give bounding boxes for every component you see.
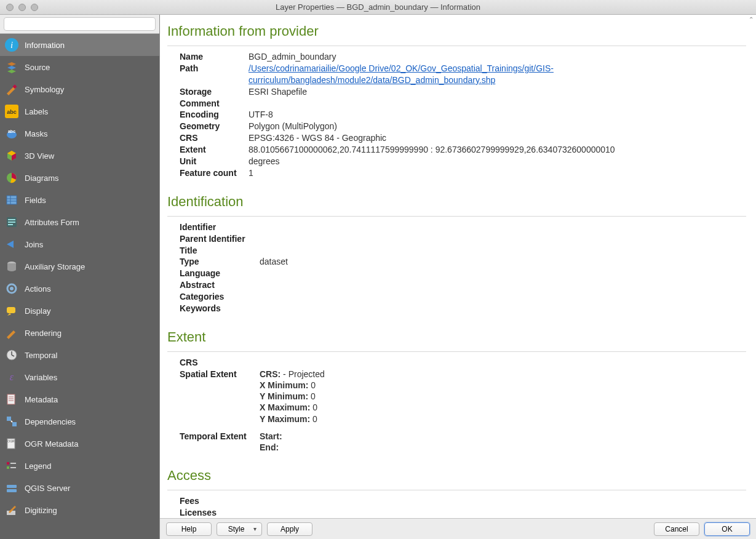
sidebar-item-label: Dependencies: [25, 417, 76, 426]
sidebar-item-label: Joins: [25, 240, 43, 249]
fields-icon: [5, 193, 18, 207]
svg-rect-15: [8, 224, 13, 225]
value-feature-count: 1: [249, 167, 746, 179]
style-button[interactable]: Style: [217, 522, 262, 536]
sidebar-item-auxiliary-storage[interactable]: Auxiliary Storage: [0, 255, 159, 277]
sidebar-item-fields[interactable]: Fields: [0, 189, 159, 211]
label-language: Language: [180, 268, 260, 279]
sidebar-item-label: QGIS Server: [25, 484, 70, 493]
label-crs: CRS: [180, 132, 249, 144]
label-encoding: Encoding: [180, 109, 249, 121]
labels-icon: abc: [5, 105, 18, 118]
ogr-metadata-icon: OGR: [5, 437, 18, 450]
sidebar-item-attributes-form[interactable]: Attributes Form: [0, 211, 159, 233]
rendering-icon: [5, 326, 18, 340]
info-icon: i: [5, 38, 18, 52]
svg-rect-33: [7, 462, 9, 465]
label-ymin: Y Minimum:: [260, 391, 308, 401]
sidebar-item-3d-view[interactable]: 3D View: [0, 145, 159, 167]
value-identifier: [260, 222, 746, 233]
svg-rect-28: [7, 417, 11, 421]
sidebar-item-rendering[interactable]: Rendering: [0, 322, 159, 344]
sidebar-item-label: Variables: [25, 373, 57, 382]
sidebar-item-label: Information: [25, 41, 65, 50]
sidebar-item-masks[interactable]: abc Masks: [0, 122, 159, 145]
svg-point-18: [10, 287, 14, 290]
auxiliary-storage-icon: [5, 260, 18, 273]
sidebar-nav: i Information Source Symbology abc Label…: [0, 34, 159, 539]
label-type: Type: [180, 256, 260, 268]
label-extent: Extent: [180, 144, 249, 156]
sidebar-item-metadata[interactable]: Metadata: [0, 388, 159, 410]
source-icon: [5, 60, 18, 74]
link-path[interactable]: /Users/codrinamariailie/Google Drive/02_…: [249, 63, 554, 85]
section-title: Access: [167, 463, 746, 487]
window-title: Layer Properties — BGD_admin_boundary — …: [0, 2, 756, 12]
value-language: [260, 268, 746, 279]
svg-line-30: [11, 421, 12, 422]
svg-text:abc: abc: [7, 109, 17, 115]
sidebar-item-information[interactable]: i Information: [0, 34, 159, 56]
label-ymax: Y Maximum:: [260, 414, 310, 424]
actions-icon: [5, 282, 18, 295]
label-storage: Storage: [180, 86, 249, 98]
symbology-icon: [5, 82, 18, 96]
sidebar-item-actions[interactable]: Actions: [0, 277, 159, 300]
scroll-up-icon[interactable]: ⌃: [747, 16, 755, 23]
value-unit: degrees: [249, 156, 746, 167]
sidebar-item-dependencies[interactable]: Dependencies: [0, 410, 159, 433]
attributes-form-icon: [5, 215, 18, 229]
metadata-icon: [5, 393, 18, 406]
ok-button[interactable]: OK: [704, 522, 750, 536]
label-path: Path: [180, 63, 249, 86]
label-spatial-extent: Spatial Extent: [180, 369, 260, 425]
sidebar-item-label: Display: [25, 306, 51, 316]
sidebar-item-labels[interactable]: abc Labels: [0, 100, 159, 122]
sidebar-item-legend[interactable]: Legend: [0, 455, 159, 477]
svg-rect-13: [8, 219, 15, 220]
sidebar-item-joins[interactable]: Joins: [0, 233, 159, 255]
sidebar-item-label: Auxiliary Storage: [25, 262, 85, 271]
sidebar-search-input[interactable]: [4, 17, 156, 31]
svg-rect-37: [7, 485, 17, 488]
sidebar-item-symbology[interactable]: Symbology: [0, 78, 159, 100]
qgis-server-icon: [5, 481, 18, 495]
value-spatial-extent: CRS: - Projected X Minimum: 0 Y Minimum:…: [260, 369, 746, 425]
value-spatial-crs: - Projected: [281, 369, 325, 379]
help-button[interactable]: Help: [166, 522, 212, 536]
label-title: Title: [180, 245, 260, 257]
value-categories: [260, 291, 746, 303]
display-icon: [5, 304, 18, 317]
value-name: BGD_admin_boundary: [249, 51, 746, 63]
label-extent-crs: CRS: [180, 357, 260, 369]
cancel-button[interactable]: Cancel: [654, 522, 699, 536]
value-comment: [249, 98, 746, 110]
label-comment: Comment: [180, 98, 249, 110]
sidebar-item-digitizing[interactable]: Digitizing: [0, 499, 159, 521]
label-end: End:: [260, 442, 279, 452]
sidebar-item-source[interactable]: Source: [0, 56, 159, 78]
sidebar-item-display[interactable]: Display: [0, 300, 159, 322]
sidebar-item-label: Legend: [25, 461, 51, 471]
value-temporal-extent: Start: End:: [260, 431, 746, 453]
label-xmin: X Minimum:: [260, 380, 308, 390]
sidebar-item-temporal[interactable]: Temporal: [0, 344, 159, 366]
window-titlebar: Layer Properties — BGD_admin_boundary — …: [0, 0, 756, 15]
sidebar-item-ogr-metadata[interactable]: OGR OGR Metadata: [0, 433, 159, 455]
svg-text:abc: abc: [8, 129, 15, 134]
apply-button[interactable]: Apply: [267, 522, 312, 536]
svg-text:OGR: OGR: [7, 439, 15, 443]
sidebar-item-variables[interactable]: ε Variables: [0, 366, 159, 388]
label-keywords: Keywords: [180, 303, 260, 314]
label-temporal-extent: Temporal Extent: [180, 431, 260, 453]
sidebar-item-diagrams[interactable]: Diagrams: [0, 167, 159, 189]
content-scroll-area[interactable]: ⌃ Information from provider NameBGD_admi…: [160, 15, 756, 518]
value-keywords: [260, 303, 746, 314]
svg-rect-29: [12, 422, 17, 426]
label-licenses: Licenses: [180, 507, 249, 518]
sidebar-item-label: Attributes Form: [25, 218, 79, 227]
svg-rect-34: [7, 466, 9, 469]
value-extent: 88.0105667100000062,20.7411117599999990 …: [249, 144, 746, 156]
sidebar-item-qgis-server[interactable]: QGIS Server: [0, 477, 159, 499]
section-title: Information from provider: [167, 18, 746, 43]
